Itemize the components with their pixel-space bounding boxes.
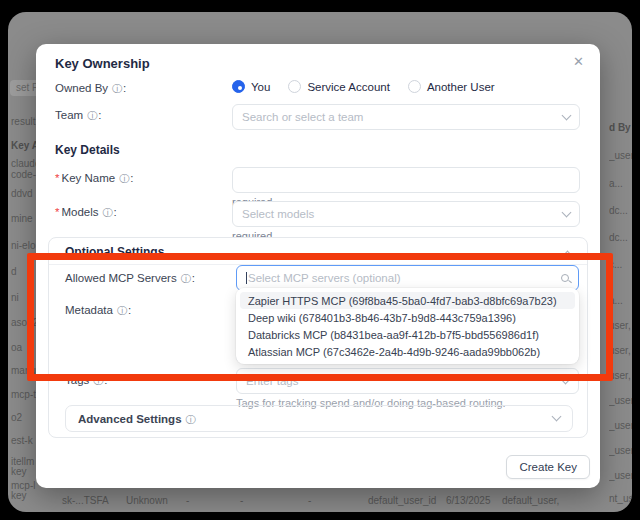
tags-label: Tagsⓘ: xyxy=(65,374,108,388)
optional-settings-title: Optional Settings xyxy=(65,245,164,259)
team-select-placeholder: Search or select a team xyxy=(242,111,563,123)
bg-cell-user-id: default_user_id xyxy=(368,495,436,506)
label-colon: : xyxy=(104,374,107,386)
info-icon: ⓘ xyxy=(119,172,129,186)
chevron-up-icon xyxy=(563,251,573,261)
label-colon: : xyxy=(123,82,126,94)
label-colon: : xyxy=(130,172,133,184)
bg-row-fragment: user, xyxy=(609,345,632,356)
bg-row-fragment: user, xyxy=(609,370,632,381)
info-icon: ⓘ xyxy=(186,413,196,427)
bg-row-fragment: manu xyxy=(11,365,36,376)
bg-row-fragment: _user, xyxy=(609,150,632,161)
key-name-input[interactable] xyxy=(232,167,580,193)
required-asterisk: * xyxy=(55,206,59,218)
bg-row-fragment: oa xyxy=(11,342,22,353)
mcp-option-zapier[interactable]: Zapier HTTPS MCP (69f8ba45-5ba0-4fd7-bab… xyxy=(240,292,575,309)
radio-service-account-label: Service Account xyxy=(307,81,389,93)
tags-select[interactable]: Enter tags xyxy=(236,368,579,394)
create-key-button[interactable]: Create Key xyxy=(506,455,590,479)
bg-row-fragment: key xyxy=(11,490,27,501)
bg-cell-dash: - xyxy=(186,495,189,506)
bg-row-fragment: a... xyxy=(609,295,632,306)
bg-row-fragment: code- xyxy=(11,169,36,180)
bg-row-fragment: _user, xyxy=(609,395,632,406)
radio-unselected-icon xyxy=(408,80,421,93)
close-icon[interactable]: ✕ xyxy=(573,54,584,69)
info-icon: ⓘ xyxy=(93,374,103,388)
bg-row-fragment: d xyxy=(11,266,17,277)
search-icon xyxy=(561,274,569,282)
models-select[interactable]: Select models xyxy=(232,201,580,227)
label-colon: : xyxy=(192,272,195,284)
bg-row-fragment: o2 xyxy=(11,412,22,423)
key-ownership-modal: Key Ownership ✕ Owned Byⓘ: You Service A… xyxy=(36,44,600,488)
info-icon: ⓘ xyxy=(181,272,191,286)
owned-by-label: Owned Byⓘ: xyxy=(55,82,126,96)
bg-row-fragment: nt_user, xyxy=(609,493,632,504)
team-label-text: Team xyxy=(55,109,83,121)
bg-row-fragment: user, xyxy=(609,320,632,331)
bg-row-fragment: _user, xyxy=(609,445,632,456)
bg-cell-dash: - xyxy=(240,495,243,506)
bg-cell-date: 6/13/2025 xyxy=(446,495,491,506)
allowed-mcp-servers-label-text: Allowed MCP Servers xyxy=(65,272,177,284)
tags-placeholder: Enter tags xyxy=(246,375,562,387)
key-name-label-text: Key Name xyxy=(61,172,115,184)
models-label: *Modelsⓘ: xyxy=(55,206,117,220)
info-icon: ⓘ xyxy=(103,206,113,220)
models-label-text: Models xyxy=(61,206,98,218)
radio-you[interactable]: You xyxy=(232,80,270,93)
bg-row-fragment: _user, xyxy=(609,470,632,481)
mcp-option-databricks[interactable]: Databricks MCP (b8431bea-aa9f-412b-b7f5-… xyxy=(240,326,575,343)
bg-row-fragment: ni-elo xyxy=(11,240,35,251)
metadata-label: Metadataⓘ: xyxy=(65,304,131,318)
bg-col-header-key-alias: Key A xyxy=(11,140,39,151)
metadata-label-text: Metadata xyxy=(65,304,113,316)
radio-selected-icon xyxy=(232,80,245,93)
optional-settings-card: Optional Settings Allowed MCP Serversⓘ: … xyxy=(48,237,588,438)
mcp-servers-placeholder: Select MCP servers (optional) xyxy=(248,272,561,284)
bg-row-fragment: _user, xyxy=(609,420,632,431)
owned-by-radio-group: You Service Account Another User xyxy=(232,80,495,93)
bg-col-header-created-by: d By xyxy=(609,122,632,133)
modal-title: Key Ownership xyxy=(55,56,150,71)
team-label: Teamⓘ: xyxy=(55,109,101,123)
bg-row-fragment: est-k xyxy=(11,435,33,446)
radio-service-account[interactable]: Service Account xyxy=(288,80,389,93)
radio-unselected-icon xyxy=(288,80,301,93)
optional-settings-header[interactable]: Optional Settings xyxy=(49,238,587,265)
label-colon: : xyxy=(98,109,101,121)
team-select[interactable]: Search or select a team xyxy=(232,104,580,130)
bg-row-fragment: dc... xyxy=(609,205,632,216)
key-name-label: *Key Nameⓘ: xyxy=(55,172,133,186)
chevron-down-icon xyxy=(552,412,562,422)
bg-row-fragment: c... xyxy=(609,259,632,270)
text-cursor xyxy=(246,272,247,284)
bg-row-fragment: ni xyxy=(11,292,19,303)
bg-cell-unknown: Unknown xyxy=(126,495,168,506)
bg-row-fragment: mcp-t xyxy=(11,389,36,400)
models-select-placeholder: Select models xyxy=(242,208,563,220)
bg-cell-created-by: default_user, xyxy=(502,495,559,506)
info-icon: ⓘ xyxy=(112,82,122,96)
radio-you-label: You xyxy=(251,81,270,93)
allowed-mcp-servers-label: Allowed MCP Serversⓘ: xyxy=(65,272,195,286)
tags-label-text: Tags xyxy=(65,374,89,386)
info-icon: ⓘ xyxy=(117,304,127,318)
mcp-option-deep-wiki[interactable]: Deep wiki (678401b3-8b46-43b7-b9d8-443c7… xyxy=(240,309,575,326)
mcp-option-atlassian[interactable]: Atlassian MCP (67c3462e-2a4b-4d9b-9246-a… xyxy=(240,343,575,360)
bg-row-fragment: key xyxy=(11,466,27,477)
mcp-servers-dropdown: Zapier HTTPS MCP (69f8ba45-5ba0-4fd7-bab… xyxy=(236,288,579,364)
bg-row-fragment: mine xyxy=(11,213,33,224)
bg-cell-secret-key: sk-...TSFA xyxy=(62,495,109,506)
advanced-settings-collapse[interactable]: Advanced Settingsⓘ xyxy=(65,405,573,432)
label-colon: : xyxy=(128,304,131,316)
info-icon: ⓘ xyxy=(87,109,97,123)
radio-another-user[interactable]: Another User xyxy=(408,80,495,93)
bg-results-fragment: result xyxy=(11,116,35,127)
advanced-settings-title: Advanced Settingsⓘ xyxy=(78,413,197,427)
label-colon: : xyxy=(114,206,117,218)
chevron-down-icon xyxy=(562,208,572,218)
bg-cell-dash: - xyxy=(308,495,311,506)
